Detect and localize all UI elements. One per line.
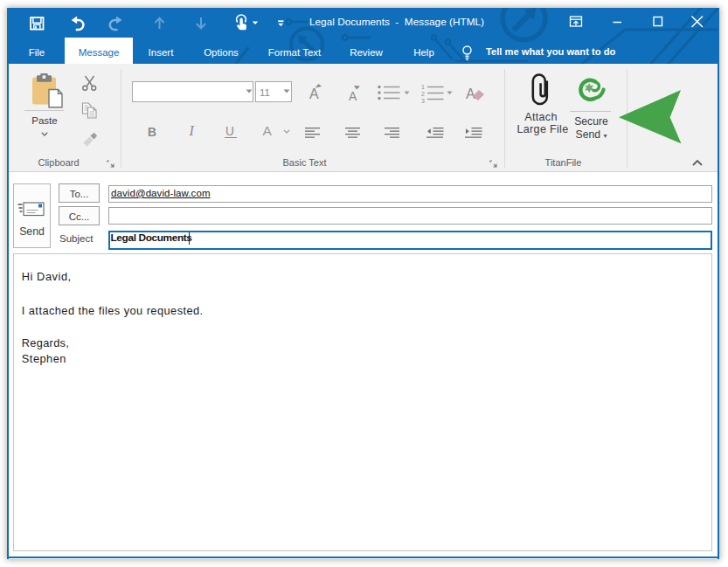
svg-text:3: 3 bbox=[421, 98, 425, 103]
svg-text:2: 2 bbox=[421, 91, 425, 97]
svg-text:1: 1 bbox=[421, 84, 425, 90]
